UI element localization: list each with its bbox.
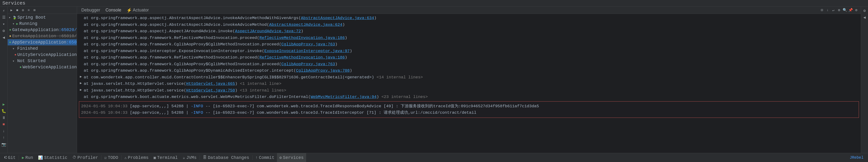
- appservice-port: :65023/: [66, 40, 77, 45]
- toolbar-icon-3[interactable]: ▾: [1, 21, 7, 27]
- tree-item-unity[interactable]: ● UnityServiceApplication: [8, 52, 77, 58]
- console-icon-search[interactable]: 🔍: [842, 8, 847, 13]
- status-sep-2: [101, 155, 101, 160]
- tree-item-appservice[interactable]: ● AppServiceApplication :65023/: [8, 39, 77, 45]
- arrow-running: ▾: [12, 22, 16, 26]
- status-statistic[interactable]: 📊 Statistic: [36, 153, 70, 162]
- tab-console[interactable]: Console: [103, 7, 124, 13]
- jrebel-label: JRebel: [849, 156, 864, 160]
- arrow-spring-boot: ▾: [9, 15, 12, 20]
- spring-boot-icon: 🍃: [12, 15, 17, 20]
- services-toolbar: ▶ ■ ⚙ ≡ ⊞: [8, 7, 77, 14]
- profiler-label: Profiler: [78, 155, 98, 160]
- tree-item-eureka[interactable]: ● EurekaApplication :65010/: [8, 33, 77, 39]
- status-sep-5: [252, 155, 253, 160]
- status-database-changes[interactable]: 🗄 Database Changes: [200, 153, 252, 162]
- services-panel: ▶ ■ ⚙ ≡ ⊞ ▾ 🍃 Spring Boot ▾ ▶ Running: [8, 7, 77, 153]
- tree-item-notstarted[interactable]: ▾ Not Started: [8, 58, 77, 64]
- status-todo[interactable]: ☑ TODO: [102, 153, 121, 162]
- notstarted-label: Not Started: [17, 59, 46, 63]
- tree-item-running[interactable]: ▾ ▶ Running: [8, 21, 77, 27]
- gateway-icon: ●: [9, 28, 11, 32]
- git-label: Git: [8, 155, 16, 160]
- toolbar-icon-1[interactable]: ⚡: [1, 8, 7, 14]
- highlighted-log-block: 2024-01-05 10:04:33 [app-service,,,] 542…: [79, 101, 859, 118]
- toolbar-icon-step[interactable]: ↓: [1, 128, 7, 134]
- run-label: Run: [25, 155, 33, 160]
- profiler-icon: ⏱: [72, 155, 76, 160]
- status-profiler[interactable]: ⏱ Profiler: [70, 153, 101, 162]
- tree-item-finished[interactable]: ▾ Finished: [8, 45, 77, 52]
- run-icon: ▶: [22, 155, 24, 160]
- console-icon-pin[interactable]: 📌: [848, 8, 853, 13]
- running-label: Running: [19, 21, 37, 26]
- jvms-label: JVMs: [186, 155, 196, 160]
- toolbar-icon-filter[interactable]: ⚙: [1, 28, 7, 34]
- services-icon-group[interactable]: ≡: [26, 8, 31, 13]
- log-line: at org.springframework.aop.framework.Ref…: [79, 35, 859, 41]
- log-line: at org.springframework.aop.aspectj.Abstr…: [79, 22, 859, 28]
- side-icon-2[interactable]: ◀: [862, 14, 868, 21]
- services-icon-run[interactable]: ▶: [9, 8, 14, 13]
- appservice-icon: ●: [9, 40, 11, 44]
- services-icon-expand[interactable]: ⊞: [32, 8, 37, 13]
- status-sep-3: [121, 155, 122, 160]
- toolbar-icon-camera[interactable]: 📷: [1, 141, 7, 148]
- tree-item-webservice[interactable]: ● WebServiceApplication: [8, 64, 77, 70]
- tree-item-spring-boot[interactable]: ▾ 🍃 Spring Boot: [8, 14, 77, 21]
- todo-icon: ☑: [104, 155, 107, 160]
- console-icon-filter[interactable]: ⚙: [836, 8, 842, 13]
- statistic-label: Statistic: [44, 155, 67, 160]
- toolbar-icon-stop[interactable]: ■: [1, 121, 7, 128]
- status-git[interactable]: ⑆ Git: [2, 153, 18, 162]
- console-icon-clear[interactable]: ⊡: [819, 8, 825, 13]
- toolbar-icon-step2[interactable]: ↑: [1, 135, 7, 141]
- console-icon-gear[interactable]: ⚙: [854, 8, 859, 13]
- log-line: at org.springframework.aop.aspectj.Aspec…: [79, 28, 859, 35]
- right-panel: Debugger Console ⚡ Actuator ⊡ ↓ ↵ ⚙ 🔍 📌 …: [77, 7, 861, 153]
- console-icon-wrap[interactable]: ↵: [831, 8, 836, 13]
- db-changes-label: Database Changes: [208, 155, 249, 160]
- side-icons: ⚙ ◀: [861, 7, 868, 153]
- log-line: ▶ at com.wondertek.app.controller.muid.C…: [79, 74, 859, 81]
- tree-item-gateway[interactable]: ● GatewayApplication :65020/: [8, 27, 77, 33]
- status-commit[interactable]: ↑ Commit: [253, 153, 277, 162]
- status-services[interactable]: ⚙ Services: [277, 153, 306, 162]
- status-terminal[interactable]: ▣ Terminal: [151, 153, 180, 162]
- actuator-icon: ⚡: [127, 8, 132, 13]
- tab-actuator[interactable]: ⚡ Actuator: [124, 7, 151, 13]
- console-toolbar: ⊡ ↓ ↵ ⚙ 🔍 📌 ⚙: [819, 8, 859, 13]
- services-icon-filter[interactable]: ⚙: [21, 8, 25, 13]
- toolbar-icon-run[interactable]: ▶: [1, 101, 7, 107]
- left-toolbar: ⚡ ☰ ▾ ⚙ ◀ ▶ 🐛 ⏸ ■ ↓ ↑ 📷: [0, 7, 8, 153]
- status-right: JRebel: [847, 156, 866, 160]
- problems-icon: ⚠: [124, 155, 127, 160]
- status-run[interactable]: ▶ Run: [19, 153, 36, 162]
- status-jvms[interactable]: ☕ JVMs: [180, 153, 199, 162]
- debugger-tabs: Debugger Console ⚡ Actuator ⊡ ↓ ↵ ⚙ 🔍 📌 …: [77, 7, 861, 14]
- console-output[interactable]: at org.springframework.aop.aspectj.Abstr…: [77, 14, 861, 153]
- side-icon-1[interactable]: ⚙: [862, 8, 868, 14]
- jvms-icon: ☕: [183, 155, 185, 160]
- eureka-label: EurekaApplication :65010/: [12, 34, 77, 38]
- main-area: ⚡ ☰ ▾ ⚙ ◀ ▶ 🐛 ⏸ ■ ↓ ↑ 📷 ▶ ■ ⚙ ≡ ⊞ ▾ 🍃 Sp…: [0, 7, 868, 153]
- status-jrebel[interactable]: JRebel: [847, 156, 866, 160]
- toolbar-icon-debug[interactable]: 🐛: [1, 108, 7, 114]
- finished-label: Finished: [17, 46, 38, 51]
- status-problems[interactable]: ⚠ Problems: [122, 153, 151, 162]
- log-line: at org.springframework.aop.framework.Cgl…: [79, 41, 859, 48]
- services-status-icon: ⚙: [279, 155, 282, 160]
- console-icon-scroll[interactable]: ↓: [825, 8, 830, 13]
- log-line: at org.springframework.aop.aspectj.Abstr…: [79, 15, 859, 22]
- gateway-port: :65020/: [59, 28, 77, 32]
- log-line: at org.springframework.boot.actuate.metr…: [79, 94, 859, 100]
- unity-label: UnityServiceApplication: [18, 52, 77, 57]
- toolbar-icon-pause[interactable]: ⏸: [1, 115, 7, 121]
- tab-debugger[interactable]: Debugger: [79, 7, 103, 13]
- status-bar: ⑆ Git ▶ Run 📊 Statistic ⏱ Profiler ☑ TOD…: [0, 153, 868, 162]
- services-icon-stop[interactable]: ■: [15, 8, 20, 13]
- toolbar-icon-2[interactable]: ☰: [1, 14, 7, 21]
- toolbar-icon-5[interactable]: ◀: [1, 34, 7, 41]
- gateway-label: GatewayApplication: [12, 28, 59, 32]
- unity-icon: ●: [14, 53, 16, 57]
